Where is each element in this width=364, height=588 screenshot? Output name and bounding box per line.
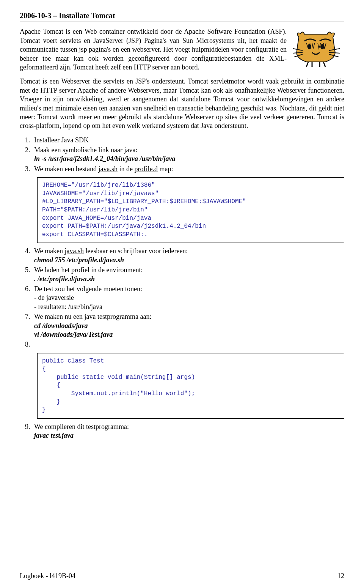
- footer-page-number: 12: [337, 572, 344, 580]
- footer-left: Logboek - l419B-04: [20, 572, 75, 580]
- step-4-text-a: We maken: [34, 247, 65, 255]
- step-3: We maken een bestand java.sh in de profi…: [32, 165, 344, 173]
- step-9: We compileren dit testprogramma: javac t…: [32, 422, 344, 440]
- title-underline: 2006-10-3 – Installate Tomcat: [20, 11, 344, 22]
- step-7-command-1: cd /downloads/java: [34, 322, 88, 329]
- page-title: 2006-10-3 – Installate Tomcat: [20, 11, 115, 20]
- steps-list-cont-2: We compileren dit testprogramma: javac t…: [20, 422, 344, 440]
- step-3-text-b: in de: [118, 165, 135, 173]
- step-4: We maken java.sh leesbaar en schrijfbaar…: [32, 247, 344, 265]
- step-6-line-1: - de javaversie: [34, 294, 74, 301]
- step-8: [32, 340, 344, 349]
- step-7-text: We maken nu een java testprogramma aan:: [34, 313, 151, 320]
- step-7: We maken nu een java testprogramma aan: …: [32, 312, 344, 339]
- step-6-line-2: - resultaten: /usr/bin/java: [34, 303, 102, 311]
- tomcat-logo: [291, 30, 344, 68]
- step-9-text: We compileren dit testprogramma:: [34, 423, 129, 430]
- step-6: De test zou het volgende moeten tonen: -…: [32, 285, 344, 311]
- step-5: We laden het profiel in de environment: …: [32, 266, 344, 284]
- body: Apache Tomcat is een Web container ontwi…: [20, 27, 344, 136]
- code-block-2: public class Test { public static void m…: [37, 353, 344, 419]
- step-2: Maak een symbolische link naar java: ln …: [32, 146, 344, 164]
- code-block-1: JREHOME="/usr/lib/jre/lib/i386" JAVAWSHO…: [37, 177, 344, 243]
- step-1: Installeer Java SDK: [32, 136, 344, 145]
- step-3-dir: profile.d: [134, 165, 157, 173]
- step-2-text: Maak een symbolische link naar java:: [34, 146, 137, 154]
- step-1-text: Installeer Java SDK: [34, 136, 89, 144]
- intro-paragraph-2: Tomcat is een Webserver die servlets en …: [20, 77, 344, 130]
- steps-list-cont: We maken java.sh leesbaar en schrijfbaar…: [20, 247, 344, 349]
- page-footer: Logboek - l419B-04 12: [20, 572, 344, 580]
- step-5-text: We laden het profiel in de environment:: [34, 266, 143, 274]
- step-7-command-2: vi /downloads/java/Test.java: [34, 331, 113, 338]
- step-4-text-b: leesbaar en schrijfbaar voor iedereen:: [84, 247, 188, 255]
- step-3-text-c: map:: [158, 165, 173, 173]
- steps-list: Installeer Java SDK Maak een symbolische…: [20, 136, 344, 174]
- step-9-command: javac test.java: [34, 432, 74, 439]
- step-6-text: De test zou het volgende moeten tonen:: [34, 285, 142, 293]
- step-4-file: java.sh: [65, 247, 84, 255]
- step-2-command: ln -s /usr/java/j2sdk1.4.2_04/bin/java /…: [34, 155, 176, 162]
- step-3-text-a: We maken een bestand: [34, 165, 98, 173]
- step-5-command: . /etc/profile.d/java.sh: [34, 275, 95, 283]
- step-3-file: java.sh: [98, 165, 117, 173]
- step-4-command: chmod 755 /etc/profile.d/java.sh: [34, 256, 124, 264]
